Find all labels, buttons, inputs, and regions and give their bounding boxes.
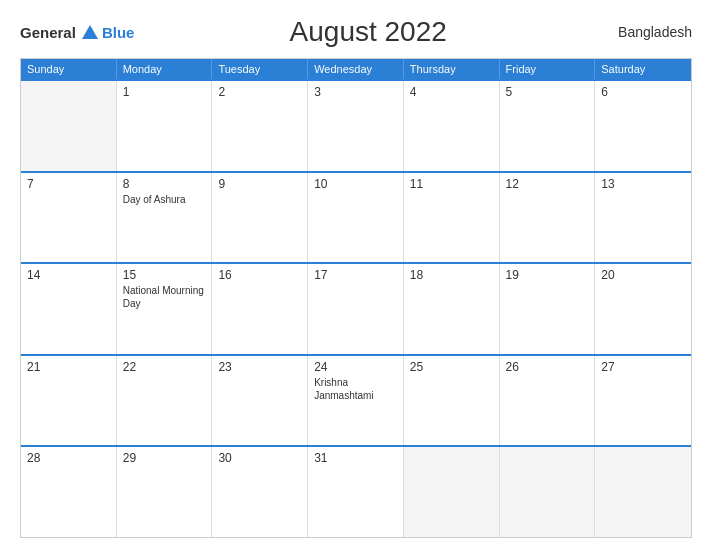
day-cell-15: 15 National Mourning Day [117, 264, 213, 354]
calendar-page: General Blue August 2022 Bangladesh Sund… [0, 0, 712, 550]
calendar-title: August 2022 [134, 16, 602, 48]
header: General Blue August 2022 Bangladesh [20, 16, 692, 48]
country-label: Bangladesh [602, 24, 692, 40]
day-cell-8: 8 Day of Ashura [117, 173, 213, 263]
event-krishna-janmashtami: Krishna Janmashtami [314, 376, 397, 402]
day-cell-2: 2 [212, 81, 308, 171]
day-cell-1: 1 [117, 81, 213, 171]
logo-general: General [20, 24, 76, 41]
day-cell-6: 6 [595, 81, 691, 171]
header-wednesday: Wednesday [308, 59, 404, 79]
day-cell-12: 12 [500, 173, 596, 263]
day-cell-22: 22 [117, 356, 213, 446]
logo: General Blue [20, 24, 134, 41]
day-cell-3: 3 [308, 81, 404, 171]
day-cell-20: 20 [595, 264, 691, 354]
week-row-3: 14 15 National Mourning Day 16 17 18 19 … [21, 262, 691, 354]
week-row-2: 7 8 Day of Ashura 9 10 11 12 13 [21, 171, 691, 263]
header-saturday: Saturday [595, 59, 691, 79]
week-row-4: 21 22 23 24 Krishna Janmashtami 25 26 27 [21, 354, 691, 446]
header-friday: Friday [500, 59, 596, 79]
logo-blue: Blue [102, 24, 135, 41]
day-cell-30: 30 [212, 447, 308, 537]
day-cell-4: 4 [404, 81, 500, 171]
header-tuesday: Tuesday [212, 59, 308, 79]
day-cell-empty-end1 [404, 447, 500, 537]
day-cell-19: 19 [500, 264, 596, 354]
event-day-of-ashura: Day of Ashura [123, 193, 206, 206]
day-cell-11: 11 [404, 173, 500, 263]
week-row-5: 28 29 30 31 [21, 445, 691, 537]
day-cell-29: 29 [117, 447, 213, 537]
day-cell-10: 10 [308, 173, 404, 263]
header-sunday: Sunday [21, 59, 117, 79]
weeks: 1 2 3 4 5 6 7 8 Day of Ashura 9 10 11 12… [21, 79, 691, 537]
day-cell-28: 28 [21, 447, 117, 537]
calendar-grid: Sunday Monday Tuesday Wednesday Thursday… [20, 58, 692, 538]
week-row-1: 1 2 3 4 5 6 [21, 79, 691, 171]
day-cell-14: 14 [21, 264, 117, 354]
day-cell-23: 23 [212, 356, 308, 446]
day-cell-9: 9 [212, 173, 308, 263]
day-cell-25: 25 [404, 356, 500, 446]
day-cell-17: 17 [308, 264, 404, 354]
day-cell-26: 26 [500, 356, 596, 446]
day-cell-empty [21, 81, 117, 171]
day-cell-24: 24 Krishna Janmashtami [308, 356, 404, 446]
day-cell-21: 21 [21, 356, 117, 446]
day-cell-31: 31 [308, 447, 404, 537]
day-cell-27: 27 [595, 356, 691, 446]
day-cell-13: 13 [595, 173, 691, 263]
day-cell-7: 7 [21, 173, 117, 263]
day-cell-empty-end2 [500, 447, 596, 537]
header-monday: Monday [117, 59, 213, 79]
logo-triangle-icon [82, 25, 98, 39]
day-cell-empty-end3 [595, 447, 691, 537]
day-cell-18: 18 [404, 264, 500, 354]
day-headers: Sunday Monday Tuesday Wednesday Thursday… [21, 59, 691, 79]
event-national-mourning-day: National Mourning Day [123, 284, 206, 310]
header-thursday: Thursday [404, 59, 500, 79]
day-cell-16: 16 [212, 264, 308, 354]
day-cell-5: 5 [500, 81, 596, 171]
